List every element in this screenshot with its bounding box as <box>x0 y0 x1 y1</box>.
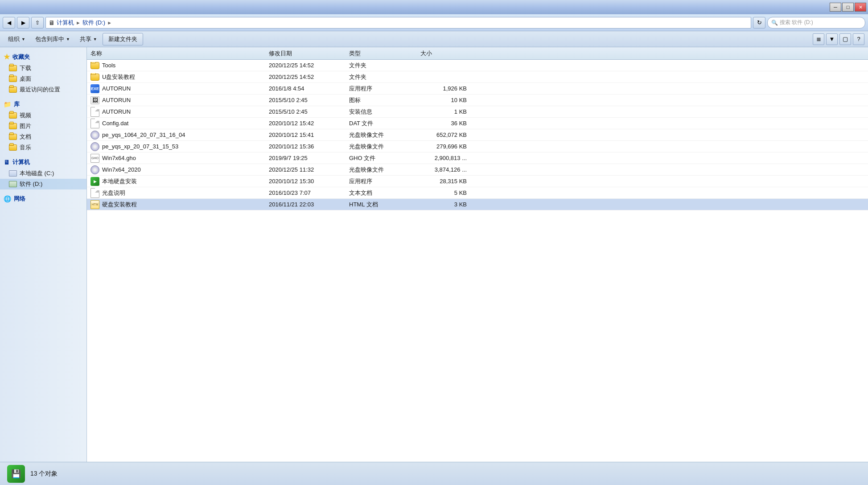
file-type: 应用程序 <box>349 85 420 93</box>
sidebar-item-drive-d[interactable]: 软件 (D:) <box>0 179 86 189</box>
folder-icon <box>91 62 99 69</box>
file-name: HTM 硬盘安装教程 <box>91 200 269 209</box>
include-library-button[interactable]: 包含到库中 ▼ <box>31 33 74 45</box>
sidebar-item-pictures[interactable]: 图片 <box>0 121 86 132</box>
table-row[interactable]: Win7x64_2020 2020/12/25 11:32 光盘映像文件 3,8… <box>87 164 868 176</box>
exe-icon: EXE <box>91 84 99 93</box>
table-row[interactable]: AUTORUN 2015/5/10 2:45 安装信息 1 KB <box>87 106 868 118</box>
refresh-button[interactable]: ↻ <box>753 17 765 29</box>
gho-icon: GHO <box>91 154 99 163</box>
drive-c-icon <box>9 170 17 177</box>
column-name[interactable]: 名称 <box>91 49 269 58</box>
sidebar-video-label: 视频 <box>20 111 31 119</box>
sidebar-item-music[interactable]: 音乐 <box>0 142 86 153</box>
network-header-label: 网络 <box>14 195 25 203</box>
file-type: DAT 文件 <box>349 119 420 127</box>
new-folder-button[interactable]: 新建文件夹 <box>103 33 143 45</box>
file-name: 🖼 AUTORUN <box>91 96 269 104</box>
file-name: pe_yqs_1064_20_07_31_16_04 <box>91 131 269 140</box>
file-list[interactable]: Tools 2020/12/25 14:52 文件夹 U盘安装教程 2020/1… <box>87 60 868 462</box>
iso-icon <box>91 142 99 151</box>
file-type: 文件夹 <box>349 62 420 70</box>
drive-d-icon <box>9 181 17 187</box>
include-library-dropdown-arrow: ▼ <box>66 37 70 41</box>
file-name: Tools <box>91 62 269 69</box>
pane-toggle-button[interactable]: ▢ <box>839 33 851 45</box>
share-dropdown-arrow: ▼ <box>93 37 97 41</box>
sidebar-item-download[interactable]: 下载 <box>0 63 86 74</box>
file-size: 3 KB <box>420 201 474 208</box>
file-size: 2,900,813 ... <box>420 155 474 161</box>
video-folder-icon <box>9 112 17 119</box>
file-type: 光盘映像文件 <box>349 166 420 174</box>
library-header[interactable]: 📁 库 <box>0 99 86 110</box>
title-bar: ─ □ ✕ <box>0 0 868 14</box>
table-row[interactable]: 🖼 AUTORUN 2015/5/10 2:45 图标 10 KB <box>87 95 868 106</box>
file-type: 光盘映像文件 <box>349 143 420 151</box>
organize-button[interactable]: 组织 ▼ <box>4 33 30 45</box>
share-button[interactable]: 共享 ▼ <box>75 33 102 45</box>
favorites-header[interactable]: ★ 收藏夹 <box>0 51 86 63</box>
breadcrumb-drive[interactable]: 软件 (D:) <box>82 19 105 27</box>
network-header[interactable]: 🌐 网络 <box>0 193 86 205</box>
maximize-button[interactable]: □ <box>842 3 854 12</box>
organize-dropdown-arrow: ▼ <box>21 37 25 41</box>
pictures-folder-icon <box>9 123 17 129</box>
download-folder-icon <box>9 65 17 71</box>
table-row[interactable]: ▶ 本地硬盘安装 2020/10/12 15:30 应用程序 28,315 KB <box>87 176 868 187</box>
html-icon: HTM <box>91 200 99 209</box>
column-date[interactable]: 修改日期 <box>269 49 349 58</box>
up-button[interactable]: ⇧ <box>31 17 44 29</box>
status-count: 13 个对象 <box>30 470 58 478</box>
computer-header[interactable]: 🖥 计算机 <box>0 156 86 168</box>
table-row[interactable]: GHO Win7x64.gho 2019/9/7 19:25 GHO 文件 2,… <box>87 152 868 164</box>
file-size: 3,874,126 ... <box>420 166 474 173</box>
table-row[interactable]: U盘安装教程 2020/12/25 14:52 文件夹 <box>87 71 868 83</box>
sidebar-drive-d-label: 软件 (D:) <box>20 180 42 188</box>
sidebar-item-documents[interactable]: 文档 <box>0 132 86 142</box>
search-bar[interactable]: 🔍 搜索 软件 (D:) <box>767 17 865 29</box>
file-size: 279,696 KB <box>420 143 474 150</box>
new-folder-label: 新建文件夹 <box>108 36 137 42</box>
close-button[interactable]: ✕ <box>855 3 866 12</box>
table-row[interactable]: Config.dat 2020/10/12 15:42 DAT 文件 36 KB <box>87 118 868 129</box>
toolbar-right: ≣ ▼ ▢ ? <box>813 33 864 45</box>
favorites-star-icon: ★ <box>4 53 10 61</box>
table-row[interactable]: HTM 硬盘安装教程 2016/11/21 22:03 HTML 文档 3 KB <box>87 199 868 210</box>
sidebar-item-desktop[interactable]: 桌面 <box>0 74 86 84</box>
table-row[interactable]: pe_yqs_xp_20_07_31_15_53 2020/10/12 15:3… <box>87 141 868 152</box>
address-bar: ◀ ▶ ⇧ 🖥 计算机 ► 软件 (D:) ► ↻ 🔍 搜索 软件 (D:) <box>0 14 868 31</box>
sidebar-recent-label: 最近访问的位置 <box>20 86 60 94</box>
file-date: 2015/5/10 2:45 <box>269 97 349 103</box>
breadcrumb-icon: 🖥 <box>49 19 55 26</box>
help-button[interactable]: ? <box>853 33 864 45</box>
sidebar-music-label: 音乐 <box>20 144 31 152</box>
iso-icon <box>91 165 99 174</box>
table-row[interactable]: Tools 2020/12/25 14:52 文件夹 <box>87 60 868 71</box>
file-name: EXE AUTORUN <box>91 84 269 93</box>
breadcrumb-computer[interactable]: 计算机 <box>57 19 74 27</box>
table-row[interactable]: pe_yqs_1064_20_07_31_16_04 2020/10/12 15… <box>87 129 868 141</box>
sidebar-item-drive-c[interactable]: 本地磁盘 (C:) <box>0 168 86 179</box>
status-bar: 💾 13 个对象 <box>0 462 868 485</box>
view-button[interactable]: ≣ <box>813 33 824 45</box>
file-type: 图标 <box>349 96 420 104</box>
sidebar-item-recent[interactable]: 最近访问的位置 <box>0 84 86 95</box>
library-icon: 📁 <box>4 101 11 108</box>
file-name: pe_yqs_xp_20_07_31_15_53 <box>91 142 269 151</box>
sidebar-download-label: 下载 <box>20 64 31 72</box>
file-date: 2020/12/25 14:52 <box>269 74 349 80</box>
table-row[interactable]: EXE AUTORUN 2016/1/8 4:54 应用程序 1,926 KB <box>87 83 868 95</box>
breadcrumb[interactable]: 🖥 计算机 ► 软件 (D:) ► <box>45 17 751 29</box>
back-button[interactable]: ◀ <box>3 17 15 29</box>
file-date: 2016/11/21 22:03 <box>269 201 349 208</box>
table-row[interactable]: 光盘说明 2016/10/23 7:07 文本文档 5 KB <box>87 187 868 199</box>
column-type[interactable]: 类型 <box>349 49 420 58</box>
file-list-header: 名称 修改日期 类型 大小 <box>87 47 868 60</box>
view-dropdown-button[interactable]: ▼ <box>826 33 838 45</box>
minimize-button[interactable]: ─ <box>830 3 841 12</box>
column-size[interactable]: 大小 <box>420 49 474 58</box>
sidebar-item-video[interactable]: 视频 <box>0 110 86 121</box>
file-size: 36 KB <box>420 120 474 127</box>
forward-button[interactable]: ▶ <box>17 17 29 29</box>
